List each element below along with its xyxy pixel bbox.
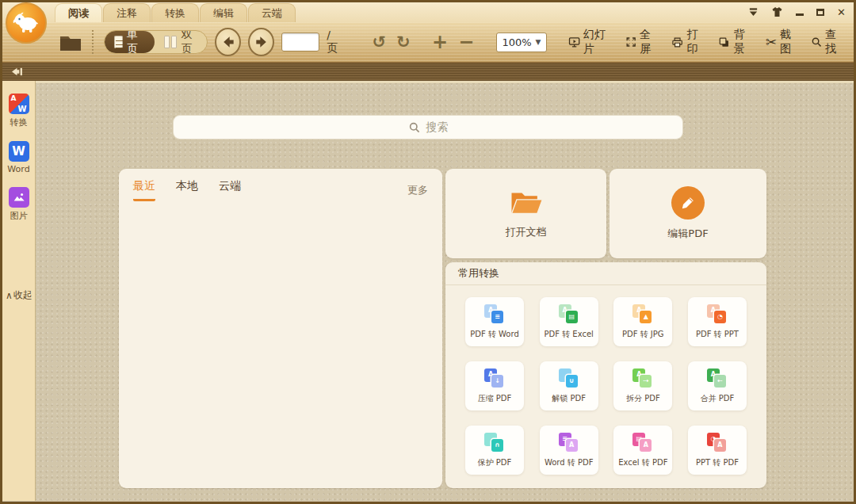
conversion-card-protect-pdf[interactable]: ∩ 保护 PDF [465,426,524,475]
page-suffix-label: / 页 [327,29,343,55]
conversion-card-pdf-to-jpg[interactable]: A ▲ PDF 转 JPG [613,297,672,346]
shirt-icon [771,6,783,17]
menu-chevron-icon [748,7,759,17]
elephant-logo-icon [12,11,40,35]
app-logo[interactable] [6,2,47,44]
unlock-pdf-icon: ∪ [559,368,579,389]
slideshow-button[interactable]: 幻灯片 [566,28,616,56]
toolbar-separator [92,30,94,54]
find-icon [811,36,822,48]
sidebar-item-word[interactable]: W Word [7,141,29,174]
fullscreen-icon [625,36,636,48]
filelist-tab-cloud[interactable]: 云端 [219,179,241,201]
search-input[interactable]: 搜索 [173,115,683,139]
page-number-input[interactable] [281,32,319,52]
sidebar-item-image[interactable]: 图片 [9,187,29,222]
maximize-icon [816,9,824,16]
rotate-left-button[interactable]: ↺ [370,34,388,51]
tab-convert[interactable]: 转换 [151,3,199,22]
pdf-to-word-icon: A ≡ [484,304,505,325]
image-icon [9,187,29,208]
tab-annotate[interactable]: 注释 [103,3,151,22]
pencil-icon [680,195,696,211]
single-page-button[interactable]: 单页 [105,31,155,53]
more-link[interactable]: 更多 [407,183,428,197]
file-list-panel: 最近 本地 云端 更多 [119,169,442,488]
conversion-card-excel-to-pdf[interactable]: ▤ A Excel 转 PDF [613,426,672,475]
open-folder-icon [508,189,545,218]
find-button[interactable]: 查找 [808,28,847,56]
pdf-to-jpg-icon: A ▲ [632,304,653,325]
forward-arrow-icon [254,34,269,50]
scissors-icon: ✂ [766,34,777,50]
compress-pdf-icon: A ↓ [484,368,505,389]
pencil-circle [671,186,705,220]
filelist-tab-local[interactable]: 本地 [176,179,198,201]
conversions-grid: A ≡ PDF 转 Word A ▤ PDF 转 Excel [445,285,766,475]
tab-edit[interactable]: 编辑 [200,3,247,22]
print-button[interactable]: 打印 [669,28,709,56]
open-document-card[interactable]: 打开文档 [445,169,606,258]
filelist-tab-recent[interactable]: 最近 [133,179,155,201]
conversion-card-split-pdf[interactable]: A ⇢ 拆分 PDF [613,361,672,410]
merge-pdf-icon: A ⇠ [707,368,728,389]
pdf-to-excel-icon: A ▤ [559,304,579,325]
screenshot-button[interactable]: ✂ 截图 [763,28,801,56]
common-conversions-panel: 常用转换 A ≡ PDF 转 Word A ▤ [445,262,766,488]
sidebar-item-convert[interactable]: A W 转换 [9,94,29,128]
word-to-pdf-icon: ≡ A [559,433,579,453]
double-page-button[interactable]: 双页 [155,31,207,53]
conversion-card-word-to-pdf[interactable]: ≡ A Word 转 PDF [540,426,598,475]
close-button[interactable]: ✕ [837,6,846,18]
zoom-level-select[interactable]: 100% ▼ [496,32,548,52]
main-menu-button[interactable] [748,7,759,17]
prev-page-button[interactable] [215,28,241,56]
collapse-sidebar-button[interactable] [10,65,24,80]
dropdown-arrow-icon: ▼ [535,38,541,46]
split-pdf-icon: A ⇢ [632,368,653,389]
excel-to-pdf-icon: ▤ A [632,433,653,453]
conversion-card-ppt-to-pdf[interactable]: ◔ A PPT 转 PDF [688,426,747,475]
search-icon [408,121,421,134]
tab-read[interactable]: 阅读 [55,3,102,22]
conversion-card-pdf-to-word[interactable]: A ≡ PDF 转 Word [465,297,524,346]
print-icon [671,36,683,49]
left-sidebar: A W 转换 W Word 图片 ∧ 收起 [2,81,36,501]
background-icon [718,36,730,49]
conversion-card-pdf-to-ppt[interactable]: A ◔ PDF 转 PPT [688,297,747,346]
zoom-out-button[interactable]: − [457,32,476,52]
skin-button[interactable] [771,6,783,17]
maximize-button[interactable] [816,9,824,16]
single-page-icon [114,36,123,48]
conversion-card-pdf-to-excel[interactable]: A ▤ PDF 转 Excel [540,297,598,346]
pdf-to-ppt-icon: A ◔ [707,304,728,325]
double-page-icon [164,36,177,48]
protect-pdf-icon: ∩ [484,433,505,453]
collapse-left-icon [10,67,24,77]
next-page-button[interactable] [248,28,274,56]
sidebar-collapse-button[interactable]: ∧ 收起 [6,288,32,302]
open-file-button[interactable] [59,33,82,52]
conversion-card-compress-pdf[interactable]: A ↓ 压缩 PDF [465,361,524,410]
page-mode-toggle: 单页 双页 [104,30,208,54]
pdf-convert-icon: A W [9,94,29,114]
chevron-up-icon: ∧ [6,290,13,301]
rotate-right-button[interactable]: ↻ [395,34,412,51]
app-window: ✕ 阅读 注释 转换 编辑 云端 [0,0,856,504]
minimize-button[interactable] [796,8,804,16]
tab-cloud[interactable]: 云端 [248,3,296,22]
home-content: 搜索 最近 本地 云端 更多 打开文档 [36,81,854,501]
conversion-card-unlock-pdf[interactable]: ∪ 解锁 PDF [540,361,598,410]
close-icon: ✕ [837,6,846,18]
back-arrow-icon [220,34,236,50]
fullscreen-button[interactable]: 全屏 [623,28,662,56]
edit-pdf-card[interactable]: 编辑PDF [610,169,766,258]
background-button[interactable]: 背景 [716,28,755,56]
main-toolbar: 单页 双页 / 页 ↺ ↻ + − 100% ▼ [2,22,854,63]
panel-collapse-bar [2,63,854,81]
folder-icon [59,33,82,52]
conversion-card-merge-pdf[interactable]: A ⇠ 合并 PDF [688,361,747,410]
zoom-in-button[interactable]: + [430,32,449,52]
minimize-icon [796,13,804,16]
slideshow-icon [568,36,580,49]
